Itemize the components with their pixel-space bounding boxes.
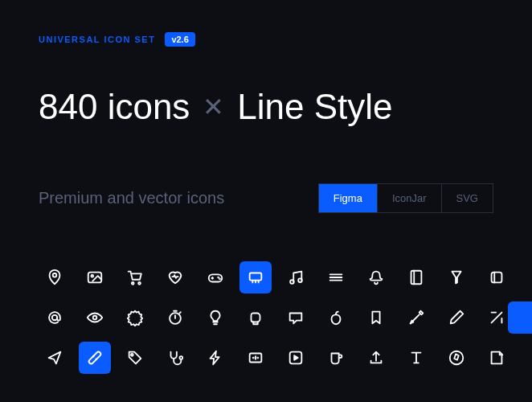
bulb-icon[interactable]: [199, 302, 231, 334]
apple-icon[interactable]: [320, 302, 352, 334]
svg-point-2: [91, 275, 93, 277]
svg-point-14: [93, 316, 97, 320]
subtitle-row: Premium and vector icons Figma IconJar S…: [39, 183, 493, 213]
image-icon[interactable]: [79, 261, 111, 293]
stopwatch-icon[interactable]: [159, 302, 191, 334]
eye-icon[interactable]: [79, 302, 111, 334]
svg-rect-12: [492, 273, 502, 283]
svg-point-3: [132, 282, 134, 285]
title-separator: ✕: [203, 92, 224, 122]
badge-icon[interactable]: [119, 302, 151, 334]
dropper-icon[interactable]: [400, 302, 432, 334]
text-icon[interactable]: [400, 342, 432, 374]
send-icon[interactable]: [39, 342, 71, 374]
svg-point-7: [219, 278, 220, 279]
tag-icon[interactable]: [119, 342, 151, 374]
svg-rect-8: [250, 273, 262, 281]
upload-icon[interactable]: [360, 342, 392, 374]
icon-grid: [39, 261, 493, 374]
pen-icon[interactable]: [440, 302, 473, 334]
bookmark-icon[interactable]: [360, 302, 392, 334]
gamepad-icon[interactable]: [199, 261, 231, 293]
svg-point-20: [180, 356, 183, 359]
heart-pulse-icon[interactable]: [159, 261, 191, 293]
format-tabs: Figma IconJar SVG: [318, 183, 493, 213]
svg-point-17: [93, 356, 94, 357]
tab-figma[interactable]: Figma: [319, 184, 378, 212]
subtitle: Premium and vector icons: [39, 189, 224, 207]
title-row: 840 icons ✕ Line Style: [39, 87, 493, 127]
burger-icon[interactable]: [320, 261, 352, 293]
cup-icon[interactable]: [320, 342, 352, 374]
layers-icon[interactable]: [481, 261, 513, 293]
title-style: Line Style: [237, 87, 392, 127]
svg-point-9: [290, 280, 294, 284]
pin-icon[interactable]: [39, 261, 71, 293]
svg-point-22: [253, 358, 254, 359]
message-icon[interactable]: [280, 302, 312, 334]
svg-point-10: [298, 278, 302, 282]
at-sign-icon[interactable]: [39, 302, 71, 334]
svg-point-13: [52, 315, 57, 320]
cart-icon[interactable]: [119, 261, 151, 293]
svg-point-19: [131, 354, 133, 356]
title-count: 840 icons: [39, 87, 190, 127]
note-icon[interactable]: [481, 342, 513, 374]
svg-point-6: [218, 277, 219, 278]
bolt-icon[interactable]: [199, 342, 231, 374]
music-icon[interactable]: [280, 261, 312, 293]
tab-svg[interactable]: SVG: [442, 184, 493, 212]
stethoscope-icon[interactable]: [159, 342, 191, 374]
bell-icon[interactable]: [360, 261, 392, 293]
bandage-icon[interactable]: [79, 342, 111, 374]
header-row: UNIVERSAL ICON SET v2.6: [39, 32, 493, 47]
version-badge: v2.6: [165, 32, 194, 47]
svg-rect-11: [411, 271, 422, 285]
svg-point-4: [138, 282, 141, 285]
svg-point-23: [257, 358, 258, 359]
svg-rect-16: [88, 351, 102, 365]
compass-icon[interactable]: [440, 342, 473, 374]
tab-iconjar[interactable]: IconJar: [378, 184, 442, 212]
book-icon[interactable]: [400, 261, 432, 293]
brand-label: UNIVERSAL ICON SET: [39, 35, 155, 44]
svg-point-0: [53, 273, 57, 277]
edge-highlight: [508, 302, 532, 334]
filter-icon[interactable]: [440, 261, 473, 293]
ratio-icon[interactable]: [239, 342, 272, 374]
connector-icon[interactable]: [239, 261, 272, 293]
svg-point-18: [96, 359, 96, 359]
svg-point-25: [450, 351, 464, 365]
boxing-icon[interactable]: [239, 302, 272, 334]
play-icon[interactable]: [280, 342, 312, 374]
